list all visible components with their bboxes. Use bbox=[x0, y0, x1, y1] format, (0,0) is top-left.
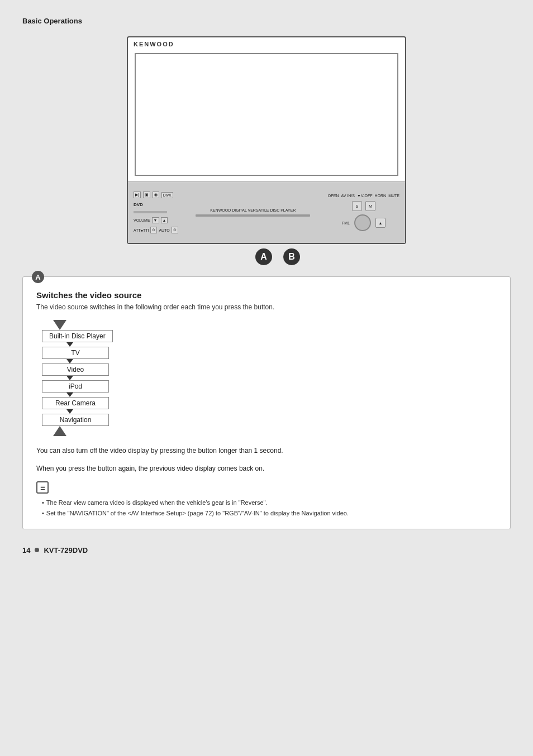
icon-divx: DivX bbox=[161, 192, 173, 198]
ab-labels: A B bbox=[138, 248, 417, 265]
flow-top-arrow bbox=[53, 320, 66, 330]
vol-down: ▼ bbox=[152, 217, 159, 223]
flow-item-0: Built-in Disc Player bbox=[42, 330, 113, 342]
footer-dot bbox=[35, 548, 39, 552]
note-icon: ☰ bbox=[36, 481, 49, 494]
volume-label: VOLUME bbox=[134, 218, 150, 222]
eject-button[interactable]: ▲ bbox=[375, 218, 386, 228]
section-a-badge: A bbox=[32, 271, 44, 283]
main-knob[interactable] bbox=[354, 214, 371, 231]
section-a-subtitle: The video source switches in the followi… bbox=[36, 303, 497, 311]
source-flow: Built-in Disc Player TV Video iPod Rear … bbox=[42, 320, 497, 436]
ctrl-knob-row: FM1 ▲ bbox=[342, 214, 386, 231]
dvd-label: DVD bbox=[134, 202, 178, 207]
auto-btn: ⊙ bbox=[172, 227, 178, 233]
flow-note-line1: You can also turn off the video display … bbox=[36, 445, 497, 456]
label-a: A bbox=[255, 248, 272, 265]
flow-item-5: Navigation bbox=[42, 414, 109, 426]
att-label: ATT●TTI bbox=[134, 228, 149, 232]
section-a-box: A Switches the video source The video so… bbox=[22, 276, 511, 529]
bullet-item-1: • Set the "NAVIGATION" of the <AV Interf… bbox=[42, 509, 497, 519]
ctrl-right: OPEN AV IN/S ▼V-OFF HORN MUTE S M FM1 bbox=[328, 194, 399, 231]
flow-item-3: iPod bbox=[42, 380, 109, 393]
flow-item-2: Video bbox=[42, 363, 109, 376]
device-controls: ▶| ▣ ◉ DivX DVD VOLUME ▼ ▲ bbox=[128, 181, 405, 243]
device-wrapper: KENWOOD ▶| ▣ ◉ DivX DVD bbox=[127, 36, 406, 265]
bullet-text-1: Set the "NAVIGATION" of the <AV Interfac… bbox=[46, 509, 349, 519]
footer: 14 KVT-729DVD bbox=[22, 540, 511, 554]
vol-up: ▲ bbox=[161, 217, 168, 223]
flow-item-4: Rear Camera bbox=[42, 397, 109, 409]
ctrl-center: KENWOOD DIGITAL VERSATILE DISC PLAYER bbox=[182, 208, 325, 217]
section-title: Basic Operations bbox=[22, 17, 511, 25]
ctrl-row-volume: VOLUME ▼ ▲ bbox=[134, 217, 178, 223]
page: Basic Operations KENWOOD ▶| ▣ ◉ DivX bbox=[0, 0, 533, 756]
bullet-dot-0: • bbox=[42, 498, 44, 508]
ctrl-section-left: ▶| ▣ ◉ DivX DVD VOLUME ▼ ▲ bbox=[134, 189, 178, 236]
device-logo: KENWOOD bbox=[128, 37, 405, 47]
button-s[interactable]: S bbox=[352, 201, 362, 211]
bullets: • The Rear view camera video is displaye… bbox=[36, 498, 497, 519]
section-a-title: Switches the video source bbox=[36, 290, 497, 300]
flow-arrow-1 bbox=[66, 359, 73, 363]
button-m[interactable]: M bbox=[365, 201, 375, 211]
device-illustration: KENWOOD ▶| ▣ ◉ DivX DVD bbox=[22, 36, 511, 265]
bullet-item-0: • The Rear view camera video is displaye… bbox=[42, 498, 497, 508]
open-label: OPEN bbox=[328, 194, 339, 198]
page-number: 14 bbox=[22, 546, 30, 554]
disc-slot bbox=[134, 211, 167, 213]
ctrl-s-m: S M bbox=[352, 201, 375, 211]
mute-label: MUTE bbox=[388, 194, 399, 198]
icon-disc: ◉ bbox=[153, 192, 159, 198]
label-b: B bbox=[283, 248, 300, 265]
att-btn: ⊙ bbox=[150, 227, 157, 233]
ctrl-row-icons: ▶| ▣ ◉ DivX bbox=[134, 192, 178, 198]
ctrl-row-att: ATT●TTI ⊙ AUTO ⊙ bbox=[134, 227, 178, 233]
flow-arrow-3 bbox=[66, 393, 73, 397]
fm1-label: FM1 bbox=[342, 221, 350, 225]
flow-bottom-arrow bbox=[53, 426, 66, 436]
kenwood-text: KENWOOD DIGITAL VERSATILE DISC PLAYER bbox=[210, 208, 296, 212]
flow-item-1: TV bbox=[42, 347, 109, 359]
v-off-label: ▼V-OFF bbox=[357, 194, 373, 198]
device-outer: KENWOOD ▶| ▣ ◉ DivX DVD bbox=[127, 36, 406, 244]
model-name: KVT-729DVD bbox=[44, 546, 88, 554]
auto-label: AUTO bbox=[159, 228, 169, 232]
horn-label: HORN bbox=[375, 194, 387, 198]
flow-arrow-2 bbox=[66, 376, 73, 380]
ctrl-top-right: OPEN AV IN/S ▼V-OFF HORN MUTE bbox=[328, 194, 399, 198]
bullet-text-0: The Rear view camera video is displayed … bbox=[46, 498, 268, 508]
bullet-dot-1: • bbox=[42, 509, 44, 519]
center-slot bbox=[196, 214, 310, 217]
flow-arrow-4 bbox=[66, 409, 73, 414]
flow-arrow-0 bbox=[66, 342, 73, 347]
icon-skip: ▶| bbox=[134, 192, 141, 198]
icon-chip: ▣ bbox=[143, 192, 150, 198]
flow-note-line2: When you press the button again, the pre… bbox=[36, 463, 497, 474]
device-screen bbox=[135, 53, 398, 176]
av-label: AV IN/S bbox=[341, 194, 355, 198]
